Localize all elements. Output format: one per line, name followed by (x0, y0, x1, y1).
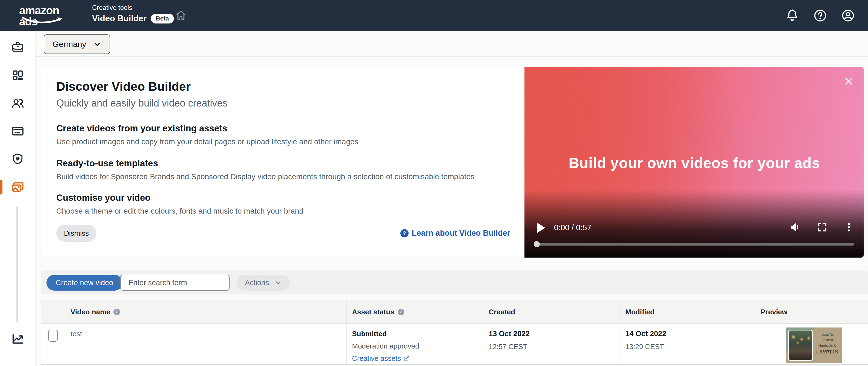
dismiss-button[interactable]: Dismiss (56, 225, 96, 242)
bell-icon[interactable] (785, 9, 799, 23)
search-input[interactable] (128, 278, 225, 287)
video-builder-page: amazon ads Creative tools Video Builder … (0, 0, 868, 366)
left-sidebar (0, 31, 35, 366)
creative-images-icon (11, 180, 25, 194)
modified-date: 14 Oct 2022 (625, 330, 666, 338)
column-label: Preview (761, 308, 787, 316)
banner-section-heading: Customise your video (56, 193, 151, 203)
column-header-created: Created (483, 300, 620, 323)
fullscreen-icon[interactable] (817, 222, 828, 233)
users-icon (11, 96, 25, 110)
banner-title: Discover Video Builder (56, 79, 191, 94)
created-date: 13 Oct 2022 (489, 330, 530, 338)
actions-label: Actions (245, 278, 269, 287)
banner-section-heading: Ready-to-use templates (56, 158, 158, 169)
select-all-cell (41, 300, 65, 323)
header-divider (35, 56, 868, 57)
shield-heart-icon (11, 153, 24, 165)
dashboard-icon (11, 69, 24, 82)
videos-table: Video name i Asset status i Created Modi… (41, 300, 868, 365)
analytics-icon (11, 332, 24, 345)
sidebar-item-billing[interactable] (0, 121, 35, 141)
video-preview-thumbnail[interactable]: Ideal für Grillfest, Hochzeit & Party LA… (786, 328, 842, 363)
moderation-status: Moderation approved (352, 342, 419, 351)
progress-thumb[interactable] (534, 241, 540, 247)
creative-assets-label: Creative assets (352, 354, 401, 363)
column-label: Video name (70, 308, 110, 316)
row-checkbox[interactable] (48, 330, 58, 342)
briefcase-icon (11, 40, 24, 54)
column-header-modified: Modified (620, 300, 755, 323)
create-new-video-button[interactable]: Create new video (46, 275, 122, 291)
account-icon[interactable] (841, 9, 855, 23)
close-icon[interactable] (844, 77, 853, 86)
status-badge: Submitted (352, 330, 387, 338)
help-icon[interactable] (813, 9, 827, 23)
region-selector[interactable]: Germany (44, 34, 110, 54)
discover-banner: Discover Video Builder Quickly and easil… (41, 67, 864, 258)
table-header-row: Video name i Asset status i Created Modi… (41, 300, 868, 324)
table-row: test Submitted Moderation approved Creat… (41, 324, 868, 365)
volume-icon[interactable] (789, 222, 801, 233)
creative-assets-link[interactable]: Creative assets (352, 354, 410, 363)
more-options-icon[interactable] (843, 222, 854, 233)
column-header-asset-status: Asset status i (346, 300, 483, 323)
column-label: Modified (625, 308, 655, 316)
column-label: Asset status (352, 308, 394, 316)
modified-time: 13:29 CEST (625, 342, 664, 351)
amazon-smile-icon (21, 17, 65, 24)
learn-about-link[interactable]: ? Learn about Video Builder (400, 229, 510, 238)
info-icon[interactable]: i (114, 309, 120, 315)
app-section-label: Creative tools (92, 4, 174, 11)
banner-section-description: Build videos for Sponsored Brands and Sp… (56, 172, 474, 181)
video-time-display: 0:00 / 0:57 (554, 223, 591, 232)
thumbnail-photo (788, 330, 813, 361)
home-icon[interactable] (175, 9, 187, 21)
info-icon[interactable]: i (398, 309, 404, 315)
region-selector-value: Germany (53, 40, 86, 49)
play-icon[interactable] (536, 222, 546, 234)
learn-link-label: Learn about Video Builder (412, 229, 510, 238)
top-header: amazon ads Creative tools Video Builder … (0, 0, 868, 31)
videos-toolbar: Create new video Actions (41, 270, 868, 294)
page-title: Video Builder (92, 14, 147, 24)
video-search (120, 275, 229, 291)
video-controls: 0:00 / 0:57 (524, 222, 864, 235)
chevron-down-icon (275, 279, 282, 286)
banner-section-description: Choose a theme or edit the colours, font… (56, 207, 303, 215)
banner-subtitle: Quickly and easily build video creatives (56, 98, 227, 109)
video-name-link[interactable]: test (70, 330, 82, 338)
sidebar-item-campaigns[interactable] (0, 37, 35, 57)
credit-card-icon (11, 125, 24, 138)
thumbnail-brand: LAVALIS (814, 349, 840, 355)
sidebar-item-audiences[interactable] (0, 93, 35, 113)
external-link-icon (403, 355, 410, 362)
created-time: 12:57 CEST (489, 342, 527, 351)
column-header-preview: Preview (755, 300, 868, 323)
sidebar-item-creative-assets[interactable] (0, 177, 35, 197)
promo-video-player[interactable]: Build your own videos for your ads amazo… (524, 67, 864, 258)
sidebar-item-brand-safety[interactable] (0, 149, 35, 169)
beta-badge: Beta (151, 14, 174, 24)
sidebar-item-dashboard[interactable] (0, 66, 35, 85)
banner-content: Discover Video Builder Quickly and easil… (41, 67, 524, 258)
sidebar-scrollbar[interactable] (17, 206, 18, 322)
banner-section-heading: Create videos from your existing assets (56, 123, 227, 134)
actions-dropdown-button[interactable]: Actions (237, 275, 290, 291)
banner-section-description: Use product images and copy from your de… (56, 137, 358, 146)
sidebar-item-analytics[interactable] (0, 329, 35, 348)
app-title-block: Creative tools Video Builder Beta (92, 4, 174, 24)
video-progress-bar[interactable] (534, 243, 854, 245)
amazon-ads-logo[interactable]: amazon ads (19, 5, 76, 27)
help-question-icon: ? (400, 229, 409, 237)
chevron-down-icon (93, 40, 101, 48)
column-header-video-name: Video name i (65, 300, 346, 323)
active-indicator (0, 180, 2, 195)
column-label: Created (489, 308, 515, 316)
header-actions (785, 0, 855, 31)
video-headline: Build your own videos for your ads (524, 154, 864, 171)
